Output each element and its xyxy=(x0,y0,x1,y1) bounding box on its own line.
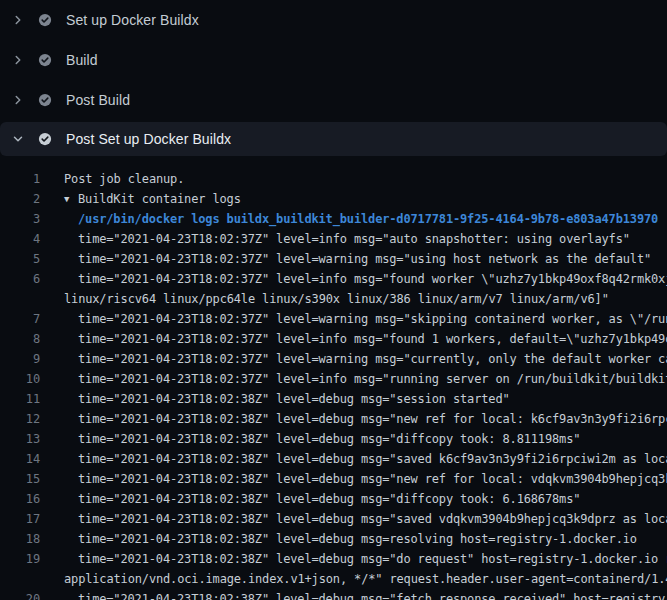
log-text: time="2021-04-23T18:02:37Z" level=warnin… xyxy=(64,349,667,369)
log-lines-container: 1Post job cleanup.2▼BuildKit container l… xyxy=(0,169,667,600)
log-text: time="2021-04-23T18:02:38Z" level=debug … xyxy=(64,389,510,409)
step-row-post-set-up-docker-buildx[interactable]: Post Set up Docker Buildx xyxy=(0,122,667,156)
log-line: 12time="2021-04-23T18:02:38Z" level=debu… xyxy=(0,409,667,429)
log-line: 20time="2021-04-23T18:02:38Z" level=debu… xyxy=(0,589,667,600)
log-text: time="2021-04-23T18:02:37Z" level=warnin… xyxy=(64,309,667,329)
line-number[interactable]: 1 xyxy=(0,169,40,189)
log-text: time="2021-04-23T18:02:38Z" level=debug … xyxy=(64,409,667,429)
success-check-circle-icon xyxy=(38,53,52,67)
log-line: 7time="2021-04-23T18:02:37Z" level=warni… xyxy=(0,309,667,329)
log-line-continuation: application/vnd.oci.image.index.v1+json,… xyxy=(0,569,667,589)
line-number[interactable]: 10 xyxy=(0,369,40,389)
log-line: 10time="2021-04-23T18:02:37Z" level=info… xyxy=(0,369,667,389)
chevron-right-icon xyxy=(10,52,26,68)
line-number[interactable]: 12 xyxy=(0,409,40,429)
log-line: 4time="2021-04-23T18:02:37Z" level=info … xyxy=(0,229,667,249)
line-number[interactable]: 7 xyxy=(0,309,40,329)
step-label: Post Build xyxy=(66,92,130,108)
log-text: time="2021-04-23T18:02:37Z" level=info m… xyxy=(64,269,667,289)
group-expand-triangle-icon[interactable]: ▼ xyxy=(64,189,78,209)
log-text: time="2021-04-23T18:02:38Z" level=debug … xyxy=(64,529,637,549)
log-line: 8time="2021-04-23T18:02:37Z" level=info … xyxy=(0,329,667,349)
line-number[interactable]: 5 xyxy=(0,249,40,269)
log-line-continuation: linux/riscv64 linux/ppc64le linux/s390x … xyxy=(0,289,667,309)
line-number[interactable]: 17 xyxy=(0,509,40,529)
line-number[interactable]: 16 xyxy=(0,489,40,509)
log-line: 19time="2021-04-23T18:02:38Z" level=debu… xyxy=(0,549,667,569)
log-line: 6time="2021-04-23T18:02:37Z" level=info … xyxy=(0,269,667,289)
log-text: time="2021-04-23T18:02:37Z" level=info m… xyxy=(64,329,667,349)
line-number[interactable]: 20 xyxy=(0,589,40,600)
chevron-down-icon xyxy=(10,131,26,147)
line-number[interactable]: 11 xyxy=(0,389,40,409)
line-number[interactable]: 9 xyxy=(0,349,40,369)
log-text: time="2021-04-23T18:02:38Z" level=debug … xyxy=(64,429,580,449)
step-row-build[interactable]: Build xyxy=(0,40,667,80)
line-number[interactable]: 13 xyxy=(0,429,40,449)
line-number[interactable]: 14 xyxy=(0,449,40,469)
log-line: 9time="2021-04-23T18:02:37Z" level=warni… xyxy=(0,349,667,369)
success-check-circle-icon xyxy=(38,132,52,146)
log-line: 5time="2021-04-23T18:02:37Z" level=warni… xyxy=(0,249,667,269)
log-line: 1Post job cleanup. xyxy=(0,169,667,189)
log-line: 3/usr/bin/docker logs buildx_buildkit_bu… xyxy=(0,209,667,229)
log-text: time="2021-04-23T18:02:38Z" level=debug … xyxy=(64,509,667,529)
line-number[interactable]: 6 xyxy=(0,269,40,289)
log-text: Post job cleanup. xyxy=(64,169,184,189)
log-text: time="2021-04-23T18:02:37Z" level=info m… xyxy=(64,229,630,249)
line-number[interactable]: 18 xyxy=(0,529,40,549)
line-number[interactable]: 19 xyxy=(0,549,40,569)
log-text: time="2021-04-23T18:02:38Z" level=debug … xyxy=(64,589,667,600)
step-label: Post Set up Docker Buildx xyxy=(66,131,231,147)
log-text: time="2021-04-23T18:02:38Z" level=debug … xyxy=(64,549,667,569)
log-text: time="2021-04-23T18:02:38Z" level=debug … xyxy=(64,469,667,489)
line-number xyxy=(0,289,40,309)
success-check-circle-icon xyxy=(38,93,52,107)
step-row-set-up-docker-buildx[interactable]: Set up Docker Buildx xyxy=(0,0,667,40)
group-title: BuildKit container logs xyxy=(78,192,241,206)
log-text: ▼BuildKit container logs xyxy=(64,189,241,209)
line-number[interactable]: 2 xyxy=(0,189,40,209)
line-number[interactable]: 15 xyxy=(0,469,40,489)
log-text: time="2021-04-23T18:02:37Z" level=info m… xyxy=(64,369,667,389)
chevron-right-icon xyxy=(10,92,26,108)
log-text: application/vnd.oci.image.index.v1+json,… xyxy=(64,569,667,589)
line-number xyxy=(0,569,40,589)
log-command-text: /usr/bin/docker logs buildx_buildkit_bui… xyxy=(64,209,658,229)
step-label: Set up Docker Buildx xyxy=(66,12,199,28)
log-line: 17time="2021-04-23T18:02:38Z" level=debu… xyxy=(0,509,667,529)
log-text: time="2021-04-23T18:02:38Z" level=debug … xyxy=(64,449,667,469)
log-text: linux/riscv64 linux/ppc64le linux/s390x … xyxy=(64,289,609,309)
success-check-circle-icon xyxy=(38,13,52,27)
log-text: time="2021-04-23T18:02:37Z" level=warnin… xyxy=(64,249,651,269)
log-line: 13time="2021-04-23T18:02:38Z" level=debu… xyxy=(0,429,667,449)
log-line: 11time="2021-04-23T18:02:38Z" level=debu… xyxy=(0,389,667,409)
log-line: 14time="2021-04-23T18:02:38Z" level=debu… xyxy=(0,449,667,469)
log-line: 2▼BuildKit container logs xyxy=(0,189,667,209)
log-line: 18time="2021-04-23T18:02:38Z" level=debu… xyxy=(0,529,667,549)
chevron-right-icon xyxy=(10,12,26,28)
step-label: Build xyxy=(66,52,98,68)
log-text: time="2021-04-23T18:02:38Z" level=debug … xyxy=(64,489,580,509)
line-number[interactable]: 3 xyxy=(0,209,40,229)
step-row-post-build[interactable]: Post Build xyxy=(0,80,667,120)
log-line: 16time="2021-04-23T18:02:38Z" level=debu… xyxy=(0,489,667,509)
line-number[interactable]: 4 xyxy=(0,229,40,249)
line-number[interactable]: 8 xyxy=(0,329,40,349)
log-line: 15time="2021-04-23T18:02:38Z" level=debu… xyxy=(0,469,667,489)
steps-list: Set up Docker BuildxBuildPost BuildPost … xyxy=(0,0,667,156)
